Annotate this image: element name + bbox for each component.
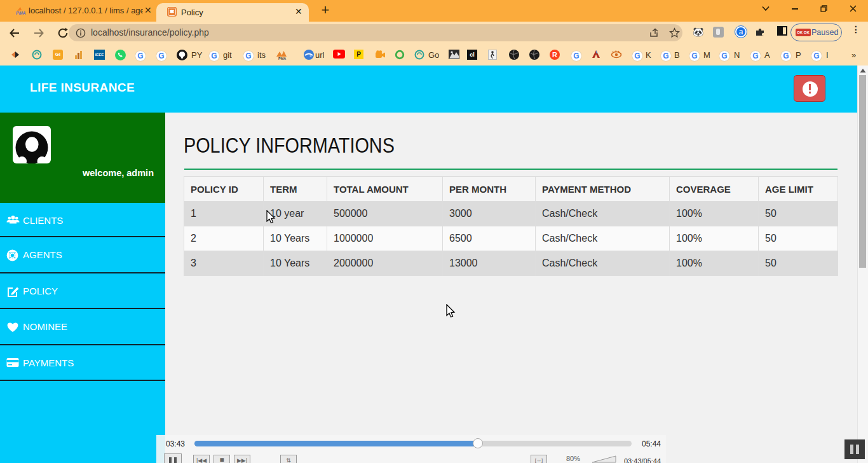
svg-text:PMA: PMA	[16, 11, 26, 15]
svg-text:PMA: PMA	[278, 57, 286, 60]
